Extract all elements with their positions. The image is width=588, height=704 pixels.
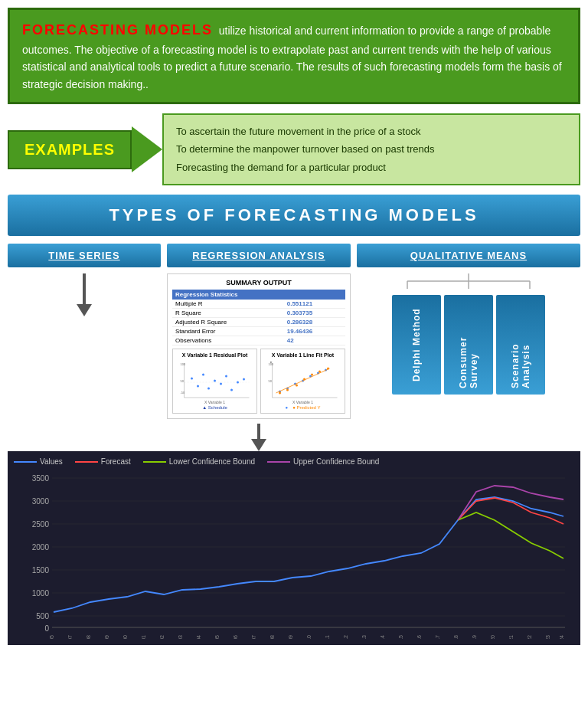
- svg-text:3000: 3000: [32, 497, 50, 506]
- arrow-line-v1: [83, 273, 86, 304]
- svg-point-33: [311, 374, 313, 376]
- scatter-title-1: X Variable 1 Residual Plot: [176, 352, 253, 358]
- col1-header: TIME SERIES: [8, 244, 161, 267]
- types-header-text: TYPES OF FORECASTING MODELS: [109, 205, 479, 224]
- legend-forecast: Forecast: [75, 457, 131, 466]
- svg-text:Jan-04: Jan-04: [196, 635, 201, 639]
- svg-text:Jan-22: Jan-22: [527, 635, 532, 639]
- col2-arrow-down: [167, 424, 351, 451]
- stat-val-0: 0.551121: [284, 300, 345, 309]
- svg-text:0: 0: [44, 624, 49, 633]
- svg-text:Jan-09: Jan-09: [288, 635, 293, 639]
- stat-val-4: 42: [284, 336, 345, 345]
- svg-text:X Variable 1: X Variable 1: [292, 400, 313, 404]
- qual-box-consumer: Consumer Survey: [444, 295, 493, 395]
- scatter-linefit: X Variable 1 Line Fit Plot: [260, 349, 345, 414]
- svg-point-30: [286, 389, 289, 391]
- svg-text:Jan-98: Jan-98: [86, 635, 91, 639]
- regression-output: SUMMARY OUTPUT Regression Statistics Mul…: [167, 273, 351, 419]
- arrow-right-icon: [132, 126, 162, 172]
- svg-text:X Variable 1: X Variable 1: [204, 400, 225, 404]
- regression-stats-body: Multiple R 0.551121 R Square 0.303735 Ad…: [172, 300, 345, 345]
- stat-row-0: Multiple R 0.551121: [172, 300, 345, 309]
- scatter-container: X Variable 1 Residual Plot: [172, 349, 345, 414]
- stat-name-1: R Square: [172, 309, 284, 318]
- svg-text:Jan-23: Jan-23: [545, 635, 550, 639]
- svg-text:Jan-97: Jan-97: [67, 635, 73, 639]
- svg-point-9: [220, 383, 222, 385]
- col2-arrow-head: [251, 439, 266, 451]
- legend-label-forecast: Forecast: [101, 457, 131, 466]
- example-item-2: To determine the manpower turnover based…: [176, 140, 567, 158]
- svg-rect-19: [265, 359, 341, 405]
- stat-row-2: Adjusted R Square 0.286328: [172, 318, 345, 327]
- legend-line-forecast: [75, 461, 98, 463]
- regression-table: Regression Statistics Multiple R 0.55112…: [172, 290, 345, 345]
- svg-text:Jan-16: Jan-16: [416, 635, 422, 639]
- svg-point-6: [202, 374, 204, 376]
- stat-val-1: 0.303735: [284, 309, 345, 318]
- legend-line-upper: [267, 461, 290, 463]
- svg-text:100: 100: [181, 362, 186, 366]
- svg-text:Jan-14: Jan-14: [380, 635, 385, 639]
- svg-text:3500: 3500: [32, 474, 50, 483]
- scatter-title-2: X Variable 1 Line Fit Plot: [264, 352, 341, 358]
- svg-text:Jan-20: Jan-20: [490, 635, 495, 639]
- svg-text:Jan-18: Jan-18: [453, 635, 459, 639]
- legend-dot-orange: ● Predicted Y: [292, 405, 320, 410]
- svg-text:500: 500: [36, 612, 49, 621]
- svg-text:Jan-08: Jan-08: [270, 635, 275, 639]
- svg-point-31: [296, 385, 298, 387]
- scatter-legend-2: ● ● Predicted Y: [264, 405, 341, 410]
- svg-text:1000: 1000: [32, 589, 50, 598]
- svg-point-8: [214, 380, 216, 382]
- svg-text:Jan-07: Jan-07: [251, 635, 256, 639]
- svg-point-10: [225, 375, 227, 378]
- col2-arrow-line: [257, 424, 260, 439]
- svg-text:Jan-17: Jan-17: [435, 635, 440, 639]
- qual-tree: Delphi Method Consumer Survey Scenario A…: [357, 273, 580, 395]
- stat-name-3: Standard Error: [172, 327, 284, 336]
- scatter-legend-1: ▲ Schedule: [176, 405, 253, 410]
- legend-dot-blue: ●: [286, 405, 289, 410]
- svg-text:Jan-13: Jan-13: [361, 635, 367, 639]
- svg-text:Jan-03: Jan-03: [178, 635, 183, 639]
- stat-val-3: 19.46436: [284, 327, 345, 336]
- col1-timeseries: TIME SERIES: [8, 244, 161, 451]
- svg-point-4: [191, 378, 193, 380]
- reg-header-label: Regression Statistics: [172, 290, 345, 300]
- svg-rect-46: [14, 470, 573, 639]
- svg-text:Jan-95: Jan-95: [49, 635, 54, 639]
- qualitative-boxes: Delphi Method Consumer Survey Scenario A…: [392, 295, 545, 395]
- svg-text:►: ►: [270, 360, 273, 364]
- svg-text:Jan-06: Jan-06: [233, 635, 238, 639]
- svg-text:Jan-01: Jan-01: [141, 635, 146, 639]
- svg-text:2000: 2000: [32, 543, 50, 552]
- intro-title: FORECASTING MODELS: [22, 22, 213, 38]
- svg-text:Jan-15: Jan-15: [398, 635, 403, 639]
- types-header: TYPES OF FORECASTING MODELS: [8, 195, 580, 236]
- example-item-3: Forecasting the demand for a particular …: [176, 159, 567, 176]
- legend-line-values: [14, 461, 37, 463]
- qual-box-scenario: Scenario Analysis: [496, 295, 545, 395]
- example-item-1: To ascertain the future movement in the …: [176, 123, 567, 140]
- col2-regression: REGRESSION ANALYSIS SUMMARY OUTPUT Regre…: [167, 244, 351, 451]
- col2-header: REGRESSION ANALYSIS: [167, 244, 351, 267]
- svg-text:Jan-10: Jan-10: [306, 635, 312, 639]
- stat-row-1: R Square 0.303735: [172, 309, 345, 318]
- svg-text:Jan-19: Jan-19: [472, 635, 477, 639]
- examples-content: To ascertain the future movement in the …: [162, 113, 580, 185]
- scatter-svg-2: X Variable 1 100 50 ►: [264, 359, 341, 405]
- svg-text:Jan-24: Jan-24: [559, 635, 564, 639]
- stat-val-2: 0.286328: [284, 318, 345, 327]
- svg-text:Jan-11: Jan-11: [325, 635, 330, 639]
- legend-upper: Upper Confidence Bound: [267, 457, 379, 466]
- col3-header: QUALITATIVE MEANS: [357, 244, 580, 267]
- summary-title: SUMMARY OUTPUT: [172, 279, 345, 287]
- svg-text:2500: 2500: [32, 520, 50, 529]
- arrow-head-down1: [77, 304, 92, 316]
- svg-point-7: [207, 388, 210, 390]
- svg-point-12: [237, 381, 239, 384]
- qual-box-delphi: Delphi Method: [392, 295, 441, 395]
- svg-text:50: 50: [269, 379, 273, 383]
